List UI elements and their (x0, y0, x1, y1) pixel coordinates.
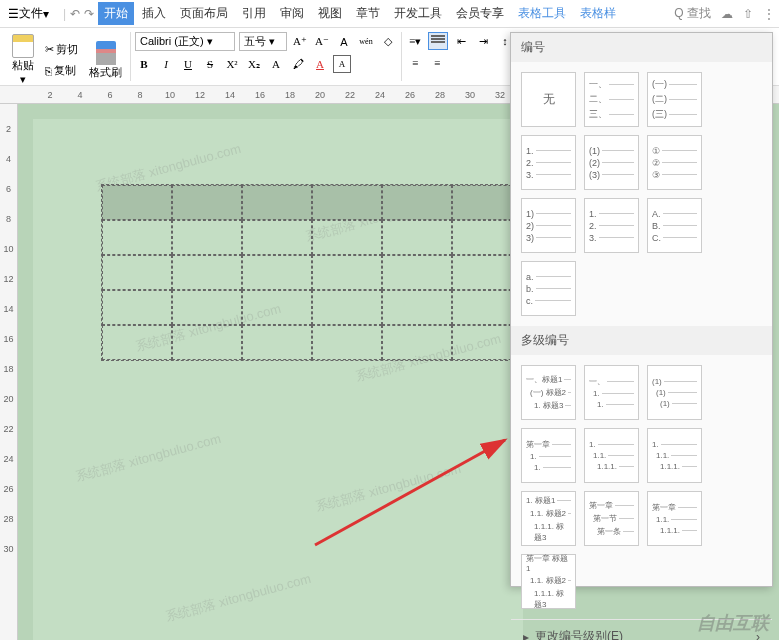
cut-button[interactable]: ✂ 剪切 (42, 40, 81, 59)
font-effect-button[interactable]: A (335, 33, 353, 51)
numbering-circle[interactable]: ①②③ (647, 135, 702, 190)
superscript-button[interactable]: X² (223, 55, 241, 73)
tab-view[interactable]: 视图 (312, 2, 348, 25)
tab-dev[interactable]: 开发工具 (388, 2, 448, 25)
numbering-num-dot2[interactable]: 1.2.3. (584, 198, 639, 253)
font-color-button[interactable]: A (311, 55, 329, 73)
bullets-button[interactable]: ≡▾ (406, 32, 424, 50)
change-case-button[interactable]: A (267, 55, 285, 73)
tab-ref[interactable]: 引用 (236, 2, 272, 25)
numbering-dropdown: 编号 无 一、二、三、 (一)(二)(三) 1.2.3. (1)(2)(3) ①… (510, 32, 773, 587)
strike-button[interactable]: S (201, 55, 219, 73)
subscript-button[interactable]: X₂ (245, 55, 263, 73)
italic-button[interactable]: I (157, 55, 175, 73)
formatbrush-button[interactable]: 格式刷 (85, 39, 126, 82)
font-shrink-button[interactable]: A⁻ (313, 33, 331, 51)
numbering-none[interactable]: 无 (521, 72, 576, 127)
forward-icon[interactable]: ↷ (84, 7, 94, 21)
corner-watermark: 自由互联 (697, 611, 769, 635)
ml-opt-a[interactable]: 一、标题1(一) 标题21. 标题3 (521, 365, 576, 420)
underline-button[interactable]: U (179, 55, 197, 73)
share-icon[interactable]: ⇧ (743, 7, 753, 21)
ruler-vertical: 24681012141618202224262830 (0, 104, 18, 640)
search-button[interactable]: Q 查找 (674, 5, 711, 22)
clear-format-button[interactable]: ◇ (379, 33, 397, 51)
tab-layout[interactable]: 页面布局 (174, 2, 234, 25)
page: 系统部落 xitongbuluo.com 系统部落 xitongbuluo.co… (33, 119, 523, 640)
tab-start[interactable]: 开始 (98, 2, 134, 25)
char-border-button[interactable]: A (333, 55, 351, 73)
ml-opt-f[interactable]: 1.1.1.1.1.1. (647, 428, 702, 483)
tab-review[interactable]: 审阅 (274, 2, 310, 25)
numbering-paren-cn[interactable]: (一)(二)(三) (647, 72, 702, 127)
numbering-paren-num[interactable]: (1)(2)(3) (584, 135, 639, 190)
ml-opt-c[interactable]: (1)(1)(1) (647, 365, 702, 420)
tab-chapter[interactable]: 章节 (350, 2, 386, 25)
tab-vip[interactable]: 会员专享 (450, 2, 510, 25)
numbering-num-dot[interactable]: 1.2.3. (521, 135, 576, 190)
tab-tabletools[interactable]: 表格工具 (512, 2, 572, 25)
section-numbering: 编号 (511, 33, 772, 62)
align-center-button[interactable]: ≡ (428, 54, 446, 72)
ml-opt-j[interactable]: 第一章 标题11.1. 标题21.1.1. 标题3 (521, 554, 576, 609)
back-icon[interactable]: ↶ (70, 7, 80, 21)
indent-right-button[interactable]: ⇥ (474, 32, 492, 50)
font-select[interactable]: Calibri (正文) ▾ (135, 32, 235, 51)
ml-opt-e[interactable]: 1.1.1.1.1.1. (584, 428, 639, 483)
indent-left-button[interactable]: ⇤ (452, 32, 470, 50)
phonetic-button[interactable]: wén (357, 33, 375, 51)
ml-opt-g[interactable]: 1. 标题11.1. 标题21.1.1. 标题3 (521, 491, 576, 546)
fontsize-select[interactable]: 五号 ▾ (239, 32, 287, 51)
font-grow-button[interactable]: A⁺ (291, 33, 309, 51)
highlight-button[interactable]: 🖍 (289, 55, 307, 73)
numbering-lower[interactable]: a.b.c. (521, 261, 576, 316)
paste-button[interactable]: 粘贴▾ (8, 32, 38, 88)
tab-insert[interactable]: 插入 (136, 2, 172, 25)
ml-opt-d[interactable]: 第一章1.1. (521, 428, 576, 483)
tab-tablestyle[interactable]: 表格样 (574, 2, 622, 25)
bold-button[interactable]: B (135, 55, 153, 73)
file-menu[interactable]: ☰ 文件 ▾ (4, 3, 53, 24)
ml-opt-h[interactable]: 第一章第一节第一条 (584, 491, 639, 546)
align-left-button[interactable]: ≡ (406, 54, 424, 72)
ml-opt-b[interactable]: 一、1.1. (584, 365, 639, 420)
document-table[interactable] (101, 184, 523, 361)
numbering-cn[interactable]: 一、二、三、 (584, 72, 639, 127)
ml-opt-i[interactable]: 第一章1.1.1.1.1. (647, 491, 702, 546)
numbering-num-paren[interactable]: 1)2)3) (521, 198, 576, 253)
numbering-button[interactable] (428, 32, 448, 50)
copy-button[interactable]: ⎘ 复制 (42, 61, 81, 80)
cloud-icon[interactable]: ☁ (721, 7, 733, 21)
numbering-upper[interactable]: A.B.C. (647, 198, 702, 253)
section-multilevel: 多级编号 (511, 326, 772, 355)
